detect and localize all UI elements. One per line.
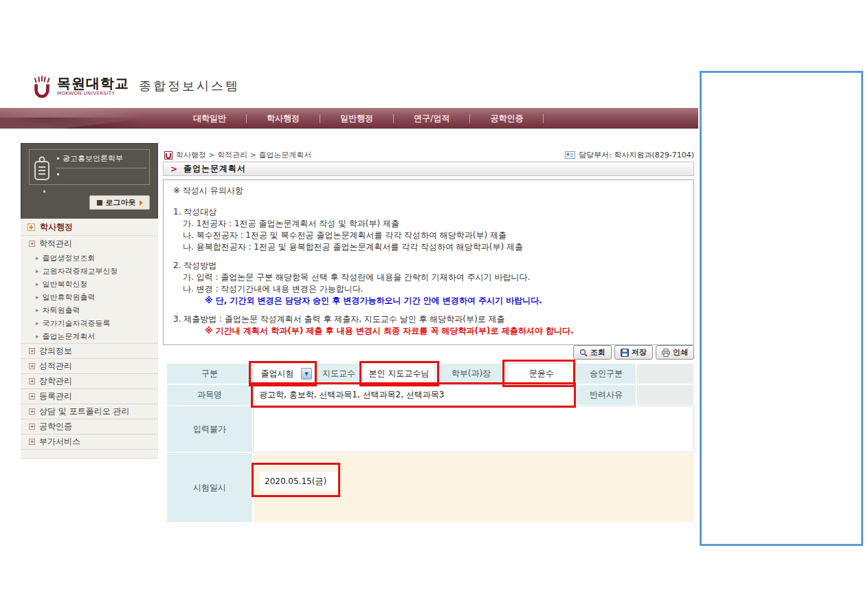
sidebar-item-teacher-cert-reissue[interactable]: ▸ 교원자격증재교부신청 [21,265,158,278]
sidebar-item-record-management[interactable]: + 학적관리 [21,236,158,252]
print-icon [662,349,670,357]
profile-panel: 광고홍보언론학부 로그아웃 [21,143,158,221]
save-button-label: 저장 [632,347,647,358]
input-disabled-area [253,406,694,452]
sidebar-item-national-cert-register[interactable]: ▸ 국가기술자격증등록 [21,317,158,330]
category-label: 구분 [166,363,253,384]
sidebar-section-grades[interactable]: + 성적관리 [21,358,158,373]
breadcrumb: 학사행정 > 학적관리 > 졸업논문계획서 [164,150,311,160]
section-label: 등록관리 [39,391,72,402]
menu-title: 학사행정 [40,221,73,233]
notice-line: 나. 융복합전공자 : 1전공 및 융복합전공 졸업논문계획서를 각각 작성하여… [173,241,684,253]
subject-label: 과목명 [166,384,253,406]
logout-label: 로그아웃 [106,197,136,208]
nav-item-engineering-cert[interactable]: 공학인증 [470,113,543,124]
bullet-icon [57,173,59,175]
section-label: 공학인증 [39,421,72,432]
dean-label: 학부(과)장 [435,363,507,384]
expand-plus-icon: + [29,378,35,384]
page-title-bar: > 졸업논문계획서 [163,162,694,176]
nav-item-research[interactable]: 연구/업적 [394,113,469,124]
search-button-label: 조회 [590,347,605,358]
sidebar-item-reinstatement[interactable]: ▸ 일반복학신청 [21,278,158,291]
notice-warning-blue: ※ 단, 기간외 변경은 담당자 승인 후 변경가능하오니 기간 안에 변경하여… [173,295,684,307]
expand-plus-icon: + [29,241,35,247]
print-button-label: 인쇄 [673,347,688,358]
nav-item-general-admin[interactable]: 일반행정 [320,113,393,124]
approval-status-label: 승인구분 [576,363,636,384]
logout-button[interactable]: 로그아웃 [89,195,150,210]
sidebar-section-registration[interactable]: + 등록관리 [21,388,158,404]
sidebar-item-grad-info-lookup[interactable]: ▸ 졸업생정보조회 [21,252,158,265]
sidebar-submenu: ▸ 졸업생정보조회 ▸ 교원자격증재교부신청 ▸ 일반복학신청 ▸ 일반휴학원출… [21,252,158,343]
expand-plus-icon: + [29,424,35,430]
section-label: 성적관리 [39,360,72,372]
breadcrumb-text: 학사행정 > 학적관리 > 졸업논문계획서 [176,150,311,160]
expand-plus-icon: + [29,439,35,445]
sidebar-menu: + 학사행정 + 학적관리 ▸ 졸업생정보조회 ▸ 교원자격증재교부신청 ▸ 일… [21,219,158,459]
approval-status-value [636,363,694,384]
save-button[interactable]: 저장 [614,345,653,360]
expand-plus-icon: + [29,393,35,399]
profile-department-row: 광고홍보언론학부 [57,153,123,164]
search-button[interactable]: 조회 [573,345,612,360]
notice-heading: ※ 작성시 유의사항 [173,185,684,197]
section-label: 부가서비스 [39,436,80,448]
sidebar-item-withdrawal-print[interactable]: ▸ 자퇴원출력 [21,304,158,317]
university-name-block: 목원대학교 MOKWON UNIVERSITY [57,76,129,96]
save-icon [621,349,629,357]
contact-info: 담당부서: 학사지원과(829-7104) [565,150,694,160]
sub-item-label: 일반휴학원출력 [43,292,96,303]
arrow-icon: ▸ [36,255,39,261]
notice-box: ※ 작성시 유의사항 1. 작성대상 가. 1전공자 : 1전공 졸업논문계획서… [163,179,694,345]
advisor-label: 지도교수 [315,363,363,384]
logout-arrow-icon [140,200,143,206]
arrow-icon: ▸ [36,307,39,314]
notice-line: 가. 1전공자 : 1전공 졸업논문계획서 작성 및 학과(부) 제출 [173,218,684,230]
sub-item-label: 일반복학신청 [43,279,88,289]
expand-plus-icon: + [29,348,35,354]
section-label: 장학관리 [39,375,72,387]
sidebar-section-extra-services[interactable]: + 부가서비스 [21,434,158,449]
sidebar-section-scholarship[interactable]: + 장학관리 [21,373,158,388]
page: 목원대학교 MOKWON UNIVERSITY 종합정보시스템 대학일반 학사행… [0,0,868,614]
sidebar-section-engineering-cert[interactable]: + 공학인증 [21,419,158,434]
print-button[interactable]: 인쇄 [656,345,694,360]
toolbar: 조회 저장 인쇄 [573,345,694,360]
sidebar-menu-header[interactable]: + 학사행정 [21,219,158,236]
sidebar-item-leave-form-print[interactable]: ▸ 일반휴학원출력 [21,291,158,304]
exam-date-label: 시험일시 [166,452,253,523]
expand-plus-icon: + [29,408,35,415]
nav-item-academic-admin[interactable]: 학사행정 [247,113,320,124]
notice-line: 1. 작성대상 [173,206,684,218]
sub-item-label: 교원자격증재교부신청 [43,266,118,276]
annotation-blue-panel [700,71,863,546]
notice-line: 가. 입력 : 졸업논문 구분 해당항목 선택 후 작성란에 내용을 간략히 기… [173,272,684,283]
arrow-icon: ▸ [36,281,39,287]
menu-group-label: 학적관리 [39,238,72,250]
sub-item-label: 자퇴원출력 [43,305,80,316]
nav-separator [543,114,544,123]
sidebar-item-thesis-plan[interactable]: ▸ 졸업논문계획서 [21,330,158,343]
arrow-icon: ▸ [36,333,39,340]
menu-footer [21,449,158,458]
university-logo-icon [32,76,52,102]
app-header: 목원대학교 MOKWON UNIVERSITY 종합정보시스템 [32,76,240,102]
notice-line: 2. 작성방법 [173,260,684,272]
university-name-en: MOKWON UNIVERSITY [57,91,129,96]
section-label: 강의정보 [39,345,72,357]
sidebar-section-lecture-info[interactable]: + 강의정보 [21,343,158,358]
nav-item-university-general[interactable]: 대학일반 [173,113,246,124]
sub-item-label: 졸업논문계획서 [43,331,96,342]
contact-text: 담당부서: 학사지원과(829-7104) [579,150,694,160]
notice-line: 나. 복수전공자 : 1전공 및 복수전공 졸업논문계획서를 각각 작성하여 해… [173,230,684,241]
annotation-red-exam-date [252,463,340,497]
annotation-red-subject [251,382,576,408]
breadcrumb-logo-icon [164,151,173,160]
university-name: 목원대학교 [57,76,129,91]
sidebar-section-counsel-portfolio[interactable]: + 상담 및 포트폴리오 관리 [21,404,158,419]
notice-warning-red: ※ 기간내 계획서 학과(부) 제출 후 내용 변경시 최종 자료를 꼭 해당학… [173,325,684,337]
nav-menu: 대학일반 학사행정 일반행정 연구/업적 공학인증 [173,108,544,129]
sub-item-label: 국가기술자격증등록 [43,318,111,329]
arrow-icon: ▸ [36,268,39,274]
